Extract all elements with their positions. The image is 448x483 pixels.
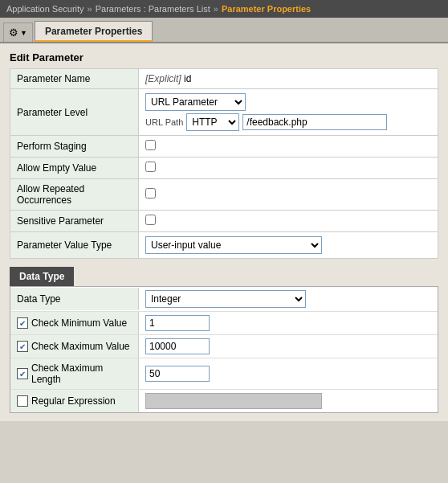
allow-repeated-checkbox[interactable] (145, 188, 156, 199)
url-path-input[interactable] (242, 114, 387, 130)
data-type-label: Data Type (10, 288, 139, 310)
explicit-label: [Explicit] (145, 73, 181, 84)
table-row: Perform Staging (10, 136, 438, 158)
regex-label: Regular Expression (10, 390, 139, 412)
regex-row: Regular Expression (10, 390, 438, 412)
param-name-text: id (184, 73, 191, 84)
allow-empty-value (139, 158, 438, 179)
max-len-input[interactable] (145, 366, 210, 382)
param-value-type-label: Parameter Value Type (10, 232, 139, 259)
allow-repeated-value (139, 179, 438, 211)
table-row: Allow RepeatedOccurrences (10, 179, 438, 211)
perform-staging-value (139, 136, 438, 158)
table-row: Sensitive Parameter (10, 211, 438, 232)
param-value-type-select[interactable]: User-input value Static value Dynamic va… (145, 236, 322, 254)
breadcrumb-sep1: » (88, 4, 92, 14)
check-max-len-text: Check Maximum Length (31, 362, 132, 385)
check-max-len-value (139, 362, 438, 385)
parameter-properties-tab[interactable]: Parameter Properties (35, 21, 153, 42)
main-content: Edit Parameter Parameter Name [Explicit]… (0, 43, 448, 421)
check-max-len-row: ✔ Check Maximum Length (10, 358, 438, 390)
check-max-value (139, 335, 438, 358)
gear-icon: ⚙ (9, 27, 18, 39)
gear-button[interactable]: ⚙ ▼ (3, 23, 33, 42)
check-min-value (139, 312, 438, 334)
allow-empty-label: Allow Empty Value (10, 158, 139, 179)
table-row: Parameter Value Type User-input value St… (10, 232, 438, 259)
data-type-row: Data Type Integer String Email Date (10, 287, 438, 312)
data-type-header: Data Type (10, 267, 74, 286)
param-level-select[interactable]: URL Parameter POST Parameter Cookie Para… (145, 93, 246, 111)
check-max-label: ✔ Check Maximum Value (10, 335, 139, 358)
breadcrumb-part2: Parameters : Parameters List (96, 4, 210, 14)
url-protocol-select[interactable]: HTTP HTTPS (186, 113, 239, 131)
breadcrumb: Application Security » Parameters : Para… (0, 0, 448, 18)
breadcrumb-current: Parameter Properties (222, 4, 311, 14)
max-value-input[interactable] (145, 338, 210, 354)
sensitive-param-label: Sensitive Parameter (10, 211, 139, 232)
table-row: Allow Empty Value (10, 158, 438, 179)
param-name-value: [Explicit] id (139, 69, 438, 89)
param-level-value: URL Parameter POST Parameter Cookie Para… (139, 89, 438, 136)
sensitive-param-checkbox[interactable] (145, 215, 156, 225)
tab-bar: ⚙ ▼ Parameter Properties (0, 18, 448, 43)
allow-empty-checkbox[interactable] (145, 162, 156, 172)
check-min-label: ✔ Check Minimum Value (10, 312, 139, 334)
min-value-input[interactable] (145, 315, 210, 331)
data-type-value: Integer String Email Date (139, 287, 438, 311)
data-type-select[interactable]: Integer String Email Date (145, 290, 306, 308)
table-row: Parameter Name [Explicit] id (10, 69, 438, 89)
regex-text: Regular Expression (31, 395, 116, 407)
allow-repeated-label: Allow RepeatedOccurrences (10, 179, 139, 211)
check-max-len-checkbox[interactable]: ✔ (17, 368, 28, 379)
check-max-row: ✔ Check Maximum Value (10, 335, 438, 358)
param-name-label: Parameter Name (10, 69, 139, 89)
sensitive-param-value (139, 211, 438, 232)
regex-checkbox[interactable] (17, 395, 28, 407)
data-type-section: Data Type Data Type Integer String Email… (10, 267, 438, 413)
check-max-text: Check Maximum Value (31, 341, 129, 352)
regex-input[interactable] (145, 393, 322, 409)
breadcrumb-sep2: » (214, 4, 218, 14)
regex-value (139, 390, 438, 412)
table-row: Parameter Level URL Parameter POST Param… (10, 89, 438, 136)
chevron-down-icon: ▼ (20, 29, 27, 37)
param-value-type-value: User-input value Static value Dynamic va… (139, 232, 438, 259)
check-min-checkbox[interactable]: ✔ (17, 317, 28, 329)
perform-staging-checkbox[interactable] (145, 140, 156, 150)
check-min-text: Check Minimum Value (31, 317, 127, 329)
breadcrumb-part1: Application Security (6, 4, 84, 14)
check-max-len-label: ✔ Check Maximum Length (10, 358, 139, 389)
url-path-label: URL Path (145, 117, 183, 127)
edit-parameter-table: Parameter Name [Explicit] id Parameter L… (10, 68, 438, 259)
param-level-label: Parameter Level (10, 89, 139, 136)
check-max-checkbox[interactable]: ✔ (17, 341, 28, 352)
perform-staging-label: Perform Staging (10, 136, 139, 158)
edit-parameter-title: Edit Parameter (10, 51, 438, 63)
data-type-form: Data Type Integer String Email Date ✔ Ch… (10, 286, 438, 413)
check-min-row: ✔ Check Minimum Value (10, 312, 438, 335)
